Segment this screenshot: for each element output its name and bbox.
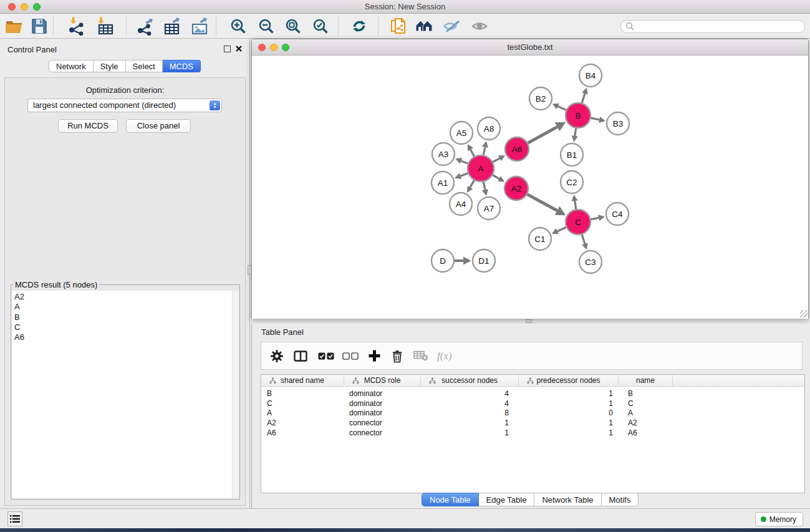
graph-edge-B-B3[interactable]	[591, 118, 600, 120]
table-row[interactable]: A dominator 8 0 A	[261, 409, 804, 418]
table-settings-button[interactable]	[270, 349, 284, 363]
graph-edge-B-B4[interactable]	[582, 94, 585, 103]
result-item[interactable]: A2	[14, 292, 231, 302]
tab-select[interactable]: Select	[126, 60, 163, 72]
save-session-button[interactable]	[27, 16, 51, 37]
table-row[interactable]: A2 connector 1 1 A2	[261, 418, 804, 428]
graph-edge-C-C1[interactable]	[557, 227, 566, 231]
export-image-button[interactable]	[188, 16, 211, 37]
select-stepper-icon: ▲▼	[210, 100, 220, 110]
split-view-button[interactable]	[294, 351, 307, 362]
graph-node-label: C2	[566, 178, 577, 187]
zoom-selected-button[interactable]	[309, 16, 332, 37]
graph-edge-A2-C[interactable]	[528, 195, 557, 211]
tab-edge-table[interactable]: Edge Table	[479, 493, 535, 506]
graph-edge-C-C2[interactable]	[575, 201, 576, 209]
tab-mcds[interactable]: MCDS	[163, 60, 201, 72]
table-body: B dominator 4 1 B C dominator 4 1 C A do…	[261, 387, 804, 438]
eye-icon	[471, 17, 489, 35]
import-network-button[interactable]	[65, 16, 89, 37]
graph-edge-A-A5[interactable]	[471, 150, 475, 157]
graph-edge-A6-B[interactable]	[528, 127, 557, 143]
show-details-button[interactable]	[468, 16, 492, 37]
tab-node-table[interactable]: Node Table	[422, 493, 479, 506]
zoom-in-button[interactable]	[226, 16, 250, 37]
column-header-predecessor-nodes[interactable]: predecessor nodes	[519, 375, 619, 386]
graph-edge-A-A2[interactable]	[493, 175, 499, 179]
table-row[interactable]: C dominator 4 1 C	[261, 399, 804, 409]
horizontal-splitter-grip[interactable]	[526, 319, 532, 323]
result-scrollbar[interactable]	[232, 291, 239, 498]
graph-edge-B-B1[interactable]	[575, 128, 576, 136]
graph-edge-C-C4[interactable]	[591, 218, 599, 220]
tab-network[interactable]: Network	[49, 60, 94, 72]
column-header-name[interactable]: name	[619, 375, 673, 386]
export-network-icon	[137, 17, 155, 36]
delete-column-button[interactable]	[391, 349, 403, 363]
graph-node-label: D1	[478, 256, 489, 266]
add-column-button[interactable]	[369, 350, 380, 362]
graph-edge-A-A8[interactable]	[483, 147, 485, 155]
zoom-fit-button[interactable]	[281, 16, 305, 37]
zoom-selected-icon	[312, 17, 329, 35]
open-session-button[interactable]	[2, 16, 26, 37]
refresh-icon	[350, 17, 368, 35]
search-input[interactable]	[620, 20, 805, 33]
import-table-button[interactable]	[94, 16, 117, 37]
close-panel-icon[interactable]	[235, 45, 243, 52]
result-item[interactable]: A	[14, 302, 231, 312]
run-mcds-button[interactable]: Run MCDS	[58, 119, 118, 133]
export-network-button[interactable]	[134, 16, 158, 37]
table-row[interactable]: B dominator 4 1 B	[261, 389, 804, 399]
refresh-layout-button[interactable]	[347, 16, 371, 37]
graph-edge-A-A4[interactable]	[470, 180, 474, 187]
task-history-button[interactable]	[7, 511, 22, 526]
graph-edge-A-A1[interactable]	[460, 173, 468, 177]
delete-table-button[interactable]	[413, 351, 428, 361]
export-table-button[interactable]	[160, 16, 184, 37]
graph-edge-B-B2[interactable]	[558, 106, 566, 110]
hide-details-button[interactable]	[440, 16, 463, 37]
select-all-button[interactable]	[318, 352, 334, 360]
graph-edge-arrowhead	[463, 257, 471, 265]
graph-edge-A-A3[interactable]	[461, 161, 468, 163]
graph-node-label: A7	[484, 204, 494, 213]
result-item[interactable]: A6	[14, 332, 231, 342]
clone-network-button[interactable]	[387, 16, 410, 37]
function-builder-button[interactable]: f(x)	[437, 350, 452, 362]
graph-node-label: A8	[484, 124, 494, 133]
graph-edge-C-C3[interactable]	[582, 235, 585, 244]
graph-edge-A-A7[interactable]	[483, 182, 485, 190]
control-panel-tabs: Network Style Select MCDS	[49, 60, 201, 72]
show-all-button[interactable]	[413, 16, 436, 37]
network-canvas[interactable]: B4B2BB3A5A8A6A3B1AA1C2A2A4A7C4CC1C3DD1	[252, 56, 808, 319]
deselect-all-button[interactable]	[342, 352, 359, 360]
column-header-successor-nodes[interactable]: successor nodes	[421, 375, 519, 386]
column-header-mcds-role[interactable]: MCDS role	[344, 375, 421, 386]
graph-edge-arrowhead	[572, 135, 578, 142]
network-window-titlebar[interactable]: testGlobe.txt	[252, 39, 808, 56]
tab-motifs[interactable]: Motifs	[602, 493, 639, 506]
float-panel-icon[interactable]	[224, 46, 231, 52]
tree-icon	[527, 377, 534, 384]
trash-icon	[391, 349, 403, 363]
toolbar-separator	[378, 17, 378, 36]
column-header-shared-name[interactable]: shared name	[261, 375, 344, 386]
memory-button[interactable]: Memory	[755, 512, 803, 526]
result-item[interactable]: C	[14, 322, 231, 332]
table-row[interactable]: A6 connector 1 1 A6	[261, 428, 804, 438]
close-panel-button[interactable]: Close panel	[126, 119, 191, 133]
window-resize-grip[interactable]	[800, 310, 808, 317]
graph-edge-A-A6[interactable]	[493, 158, 499, 162]
graph-node-label: B1	[567, 150, 577, 160]
criterion-select[interactable]: largest connected component (directed) ▲…	[27, 99, 222, 112]
toolbar-separator	[338, 17, 339, 36]
result-item[interactable]: B	[14, 312, 231, 322]
tab-style[interactable]: Style	[94, 60, 126, 72]
tab-network-table[interactable]: Network Table	[534, 493, 601, 506]
graph-node-label: C3	[585, 258, 595, 267]
graph-node-label: A	[478, 164, 483, 173]
node-table: shared name MCDS role successor nodes pr…	[261, 374, 805, 493]
graph-edge-arrowhead	[582, 88, 588, 95]
zoom-out-button[interactable]	[254, 16, 278, 37]
